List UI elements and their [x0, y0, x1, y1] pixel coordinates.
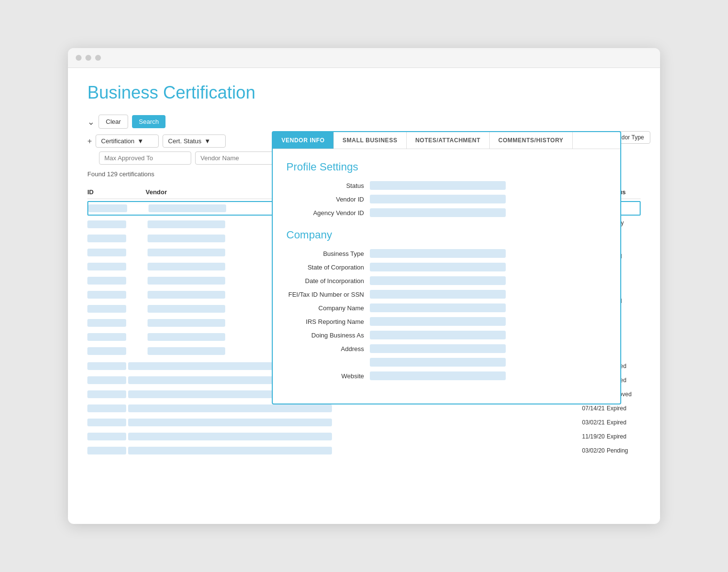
- field-state-corp-row: State of Corporation: [286, 263, 607, 271]
- cell-vendor: [148, 277, 225, 285]
- panel-tabs: VENDOR INFO SMALL BUSINESS NOTES/ATTACHM…: [273, 132, 620, 149]
- field-company-name-row: Company Name: [286, 303, 607, 312]
- field-date-incorp-row: Date of Incorporation: [286, 276, 607, 285]
- dot-red: [76, 55, 82, 61]
- field-irs-name-label: IRS Reporting Name: [286, 318, 364, 325]
- table-row[interactable]: [87, 218, 291, 231]
- col-id: ID: [87, 188, 146, 196]
- table-row[interactable]: [87, 317, 291, 329]
- field-website-value: [370, 371, 506, 380]
- field-address-value-2: [370, 358, 506, 367]
- tab-notes-attachment[interactable]: NOTES/ATTACHMENT: [407, 132, 490, 149]
- cell-id: [88, 204, 127, 212]
- field-status-row: Status: [286, 181, 607, 190]
- cell-id: [87, 220, 126, 228]
- cell-id: [87, 235, 126, 242]
- table-row[interactable]: [87, 246, 291, 259]
- table-row[interactable]: 03/02/21 Expired: [87, 416, 641, 429]
- cert-status-filter-label: Cert. Status: [168, 137, 201, 145]
- col-vendor: Vendor: [146, 188, 243, 196]
- search-button[interactable]: Search: [132, 115, 165, 128]
- certification-filter-label: Certification: [101, 137, 134, 145]
- table-row[interactable]: [87, 345, 291, 357]
- table-row[interactable]: [87, 260, 291, 273]
- table-row[interactable]: [87, 232, 291, 245]
- table-row[interactable]: [87, 288, 291, 301]
- field-company-name-label: Company Name: [286, 304, 364, 312]
- chevron-down-icon[interactable]: ⌄: [87, 117, 95, 127]
- date-4: 07/14/21: [582, 404, 605, 413]
- table-row[interactable]: [87, 274, 291, 287]
- tab-small-business[interactable]: SMALL BUSINESS: [334, 132, 407, 149]
- field-website-row: Website: [286, 371, 607, 380]
- tab-comments-history[interactable]: COMMENTS/HISTORY: [490, 132, 573, 149]
- field-vendor-id-value: [370, 195, 506, 203]
- search-bar: ⌄ Clear Search: [87, 115, 641, 129]
- field-status-value: [370, 181, 506, 190]
- table-row[interactable]: [87, 331, 291, 343]
- profile-fields: Status Vendor ID Agency Vendor ID: [286, 181, 607, 217]
- date-7: 03/02/20: [582, 446, 605, 455]
- page-title: Business Certification: [87, 83, 641, 103]
- field-website-label: Website: [286, 372, 364, 380]
- plus-icon[interactable]: +: [87, 137, 92, 146]
- tab-vendor-info[interactable]: VENDOR INFO: [273, 132, 334, 149]
- table-row[interactable]: 03/02/20 Pending: [87, 444, 641, 457]
- company-title: Company: [286, 229, 607, 241]
- field-date-incorp-label: Date of Incorporation: [286, 277, 364, 285]
- field-state-corp-value: [370, 263, 506, 271]
- dot-green: [95, 55, 101, 61]
- cell-vendor: [148, 220, 225, 228]
- field-address-label: Address: [286, 345, 364, 353]
- cell-vendor: [148, 263, 225, 270]
- field-dba-label: Doing Business As: [286, 332, 364, 339]
- cell-id: [87, 263, 126, 270]
- cell-id: [87, 319, 126, 327]
- cell-id: [87, 277, 126, 285]
- field-vendor-id-row: Vendor ID: [286, 195, 607, 203]
- table-row[interactable]: [87, 303, 291, 315]
- cell-vendor: [148, 305, 225, 313]
- app-window: Business Certification ⌄ Clear Search + …: [68, 48, 660, 524]
- field-address-value: [370, 344, 506, 353]
- panel-body: Profile Settings Status Vendor ID Agency…: [273, 149, 620, 404]
- clear-button[interactable]: Clear: [99, 115, 128, 129]
- cell-vendor: [149, 204, 226, 212]
- date-5: 03/02/21: [582, 418, 605, 427]
- field-dba-value: [370, 331, 506, 339]
- field-agency-vendor-id-value: [370, 208, 506, 217]
- certification-filter[interactable]: Certification ▼: [96, 135, 159, 148]
- profile-settings-title: Profile Settings: [286, 161, 607, 173]
- status-row-6: Expired: [607, 432, 641, 441]
- cell-id: [87, 347, 126, 355]
- field-fei-row: FEI/Tax ID Number or SSN: [286, 290, 607, 299]
- max-approved-to-input[interactable]: [99, 151, 191, 165]
- field-address-row-2: [286, 358, 607, 367]
- cell-vendor: [148, 333, 225, 341]
- cell-id: [87, 291, 126, 299]
- cell-vendor: [148, 291, 225, 299]
- field-vendor-id-label: Vendor ID: [286, 196, 364, 203]
- table-row[interactable]: 11/19/20 Expired: [87, 430, 641, 443]
- status-row-5: Expired: [607, 418, 641, 427]
- cell-vendor: [148, 249, 225, 256]
- main-content: Business Certification ⌄ Clear Search + …: [68, 68, 660, 471]
- field-fei-value: [370, 290, 506, 299]
- field-status-label: Status: [286, 182, 364, 189]
- field-business-type-label: Business Type: [286, 250, 364, 257]
- cell-vendor: [148, 319, 225, 327]
- titlebar: [68, 48, 660, 68]
- field-irs-name-value: [370, 317, 506, 326]
- cell-vendor: [148, 347, 225, 355]
- field-date-incorp-value: [370, 276, 506, 285]
- dropdown-arrow-icon-2: ▼: [204, 137, 211, 145]
- field-business-type-value: [370, 249, 506, 258]
- field-address-row: Address: [286, 344, 607, 353]
- cert-status-filter[interactable]: Cert. Status ▼: [163, 135, 226, 148]
- cell-id: [87, 249, 126, 256]
- field-agency-vendor-id-label: Agency Vendor ID: [286, 209, 364, 217]
- company-fields: Business Type State of Corporation Date …: [286, 249, 607, 380]
- field-business-type-row: Business Type: [286, 249, 607, 258]
- field-irs-name-row: IRS Reporting Name: [286, 317, 607, 326]
- status-row-7: Pending: [607, 446, 641, 455]
